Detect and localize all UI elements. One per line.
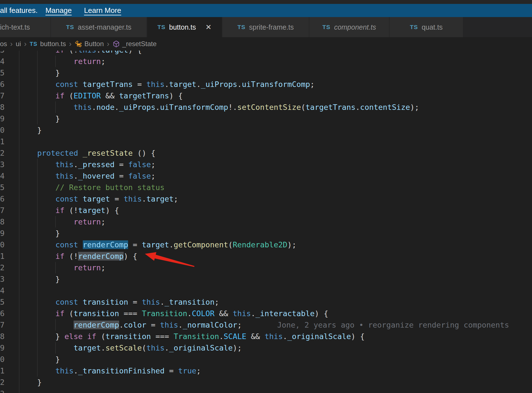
code-token: }: [19, 332, 65, 341]
highlighted-word: renderComp: [83, 240, 128, 249]
breadcrumb-label: os: [0, 40, 7, 48]
symbol-class-icon: [75, 40, 82, 48]
code-line[interactable]: 9 }: [0, 228, 532, 239]
code-token: [19, 252, 55, 261]
code-token: setContentSize: [237, 103, 301, 112]
code-token: if: [55, 309, 65, 318]
line-number: 5: [0, 182, 4, 193]
code-token: const: [55, 298, 83, 306]
code-token: _transitionFinished: [78, 366, 164, 375]
line-number: 8: [0, 101, 4, 113]
code-token: Transition: [142, 309, 187, 318]
code-token: );: [287, 240, 296, 249]
code-token: Transition: [174, 332, 219, 341]
code-token: _normalColor: [183, 321, 237, 329]
line-number: 4: [0, 170, 4, 182]
close-icon[interactable]: ✕: [205, 23, 211, 32]
code-text: }: [19, 228, 60, 239]
code-token: .: [74, 172, 78, 180]
line-number: 4: [0, 285, 4, 296]
code-token: const: [55, 80, 83, 89]
code-text: const targetTrans = this.target._uiProps…: [19, 79, 315, 90]
code-line[interactable]: 2 protected _resetState () {: [0, 147, 532, 159]
tab-button-ts[interactable]: TSbutton.ts✕: [147, 17, 222, 37]
code-line[interactable]: 7 if (EDITOR && targetTrans) {: [0, 90, 532, 101]
line-number: 1: [0, 250, 4, 262]
code-line[interactable]: 3: [0, 388, 532, 393]
code-token: (: [301, 103, 305, 112]
tab-quat-ts[interactable]: TSquat.ts: [390, 17, 463, 37]
code-token: =: [114, 160, 128, 169]
code-line[interactable]: 5 }: [0, 67, 532, 79]
code-editor[interactable]: 3 if (!this.target) {4 return;5 }6 const…: [0, 0, 532, 393]
code-token: ) {: [351, 332, 365, 341]
code-line[interactable]: 2 }: [0, 377, 532, 388]
code-token: .: [160, 298, 164, 306]
code-token: [19, 91, 55, 100]
code-line[interactable]: 6 const target = this.target;: [0, 193, 532, 205]
code-token: return: [74, 217, 101, 226]
learn-more-link[interactable]: Learn More: [84, 6, 121, 15]
code-line[interactable]: 8 return;: [0, 216, 532, 228]
typescript-file-icon: TS: [323, 24, 331, 30]
breadcrumb-item-button-ts[interactable]: TSbutton.ts: [30, 40, 66, 48]
code-token: targetTrans: [305, 103, 356, 112]
code-text: if (EDITOR && targetTrans) {: [19, 90, 183, 101]
code-token: ) {: [169, 91, 183, 100]
breadcrumb-item--resetState[interactable]: _resetState: [112, 40, 157, 48]
code-token: [19, 103, 74, 112]
code-token: [19, 195, 55, 203]
code-line[interactable]: 3 }: [0, 273, 532, 285]
code-token: ) {: [315, 309, 328, 318]
code-line[interactable]: 8 this.node._uiProps.uiTransformComp!.se…: [0, 101, 532, 113]
code-line[interactable]: 4 return;: [0, 56, 532, 67]
typescript-file-icon: TS: [410, 24, 418, 30]
line-number: 0: [0, 354, 4, 365]
line-number: 3: [0, 273, 4, 285]
code-token: color: [124, 321, 146, 329]
tab-label: asset-manager.ts: [78, 23, 131, 31]
breadcrumb-item-os[interactable]: os: [0, 40, 7, 48]
code-line[interactable]: 7 renderComp.color = this._normalColor;J…: [0, 319, 532, 331]
breadcrumb-item-ui[interactable]: ui: [16, 40, 21, 48]
tab-sprite-frame-ts[interactable]: TSsprite-frame.ts: [222, 17, 309, 37]
code-line[interactable]: 6 const targetTrans = this.target._uiPro…: [0, 79, 532, 90]
code-token: .: [178, 321, 183, 329]
tab-ich-text-ts[interactable]: ich-text.ts: [0, 17, 50, 37]
code-line[interactable]: 4 this._hovered = false;: [0, 170, 532, 182]
code-token: ;: [101, 263, 105, 272]
code-token: this: [74, 103, 92, 112]
code-line[interactable]: 3 this._pressed = false;: [0, 159, 532, 170]
tab-label: button.ts: [169, 23, 196, 31]
code-line[interactable]: 5 // Restore button status: [0, 182, 532, 193]
code-token: else: [65, 332, 83, 341]
code-line[interactable]: 5 const transition = this._transition;: [0, 296, 532, 308]
code-token: [19, 183, 55, 192]
typescript-file-icon: TS: [66, 24, 74, 30]
code-token: ;: [174, 195, 178, 203]
code-line[interactable]: 2 return;: [0, 262, 532, 273]
tab-asset-manager-ts[interactable]: TSasset-manager.ts: [51, 17, 147, 37]
code-line[interactable]: 6 if (transition === Transition.COLOR &&…: [0, 308, 532, 319]
code-token: (: [228, 240, 233, 249]
code-token: =: [128, 240, 142, 249]
code-line[interactable]: 0 }: [0, 354, 532, 365]
code-line[interactable]: 4: [0, 285, 532, 296]
code-line[interactable]: 7 if (!target) {: [0, 205, 532, 216]
code-token: _pressed: [78, 160, 114, 169]
code-line[interactable]: 1 if (!renderComp) {: [0, 250, 532, 262]
code-line[interactable]: 8 } else if (transition === Transition.S…: [0, 331, 532, 342]
code-line[interactable]: 1: [0, 136, 532, 147]
code-token: [19, 206, 55, 215]
code-token: contentSize: [360, 103, 410, 112]
code-line[interactable]: 9 target.setScale(this._originalScale);: [0, 342, 532, 354]
manage-link[interactable]: Manage: [45, 6, 72, 15]
breadcrumb: os›ui›TSbutton.ts›Button›_resetState: [0, 37, 532, 51]
breadcrumb-item-Button[interactable]: Button: [75, 40, 104, 48]
code-line[interactable]: 9 }: [0, 113, 532, 124]
code-token: target: [146, 195, 174, 203]
code-line[interactable]: 0 }: [0, 124, 532, 136]
code-line[interactable]: 1 this._transitionFinished = true;: [0, 365, 532, 377]
code-line[interactable]: 0 const renderComp = target.getComponent…: [0, 239, 532, 250]
tab-component-ts[interactable]: TScomponent.ts: [309, 17, 389, 37]
